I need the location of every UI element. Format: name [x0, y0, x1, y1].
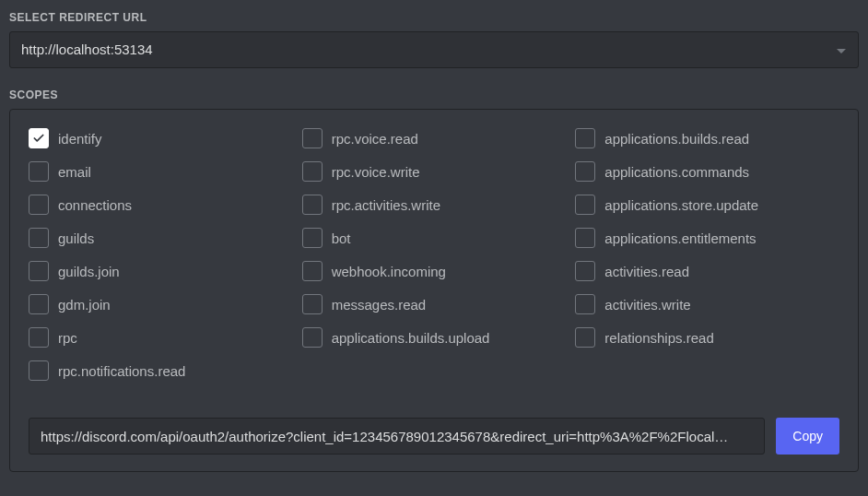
checkbox-icon[interactable]: [302, 161, 323, 182]
scope-applications-commands[interactable]: applications.commands: [575, 161, 839, 182]
scope-label: messages.read: [332, 297, 427, 313]
checkbox-icon[interactable]: [29, 161, 49, 182]
scope-label: email: [58, 164, 91, 180]
scope-rpc-voice-read[interactable]: rpc.voice.read: [302, 128, 567, 148]
checkbox-icon[interactable]: [302, 228, 323, 248]
scope-rpc[interactable]: rpc: [29, 327, 293, 348]
checkbox-icon[interactable]: [575, 128, 595, 148]
generated-url-row: https://discord.com/api/oauth2/authorize…: [29, 418, 839, 455]
scope-connections[interactable]: connections: [29, 195, 293, 215]
checkbox-icon[interactable]: [302, 128, 323, 148]
checkbox-icon[interactable]: [575, 261, 595, 281]
scope-bot[interactable]: bot: [302, 228, 567, 248]
scope-rpc-voice-write[interactable]: rpc.voice.write: [302, 161, 567, 182]
scope-guilds[interactable]: guilds: [29, 228, 293, 248]
scope-applications-builds-upload[interactable]: applications.builds.upload: [302, 327, 567, 348]
checkbox-icon[interactable]: [29, 327, 49, 348]
scope-label: webhook.incoming: [332, 264, 446, 279]
checkbox-icon[interactable]: [575, 195, 595, 215]
scope-label: activities.write: [604, 297, 690, 313]
scope-email[interactable]: email: [29, 161, 293, 182]
scope-webhook-incoming[interactable]: webhook.incoming: [302, 261, 567, 281]
checkbox-icon[interactable]: [575, 327, 595, 348]
checkbox-icon[interactable]: [302, 294, 323, 314]
scope-activities-read[interactable]: activities.read: [575, 261, 839, 281]
checkbox-icon[interactable]: [29, 228, 49, 248]
redirect-select-value[interactable]: http://localhost:53134: [9, 31, 859, 68]
scope-applications-store-update[interactable]: applications.store.update: [575, 195, 839, 215]
checkbox-icon[interactable]: [302, 327, 323, 348]
scope-identify[interactable]: identify: [29, 128, 293, 148]
scope-label: applications.commands: [604, 164, 749, 180]
checkbox-icon[interactable]: [29, 128, 49, 148]
scope-label: rpc: [58, 330, 77, 346]
checkbox-icon[interactable]: [302, 261, 323, 281]
scope-label: connections: [58, 197, 132, 213]
scope-label: rpc.activities.write: [332, 197, 440, 213]
scope-label: gdm.join: [58, 297, 111, 313]
scope-label: rpc.notifications.read: [58, 363, 185, 379]
copy-button[interactable]: Copy: [776, 418, 839, 455]
scope-activities-write[interactable]: activities.write: [575, 294, 839, 314]
checkbox-icon[interactable]: [29, 195, 49, 215]
scopes-grid: identifyemailconnectionsguildsguilds.joi…: [29, 128, 839, 381]
scope-label: bot: [332, 230, 351, 246]
scopes-section-label: SCOPES: [9, 89, 859, 101]
checkbox-icon[interactable]: [29, 360, 49, 381]
redirect-select[interactable]: http://localhost:53134: [9, 31, 859, 68]
redirect-section-label: SELECT REDIRECT URL: [9, 11, 859, 24]
scope-rpc-activities-write[interactable]: rpc.activities.write: [302, 195, 567, 215]
checkbox-icon[interactable]: [575, 294, 595, 314]
scope-label: applications.entitlements: [604, 230, 756, 246]
scope-relationships-read[interactable]: relationships.read: [575, 327, 839, 348]
scope-label: guilds.join: [58, 264, 120, 279]
checkbox-icon[interactable]: [29, 294, 49, 314]
checkbox-icon[interactable]: [575, 228, 595, 248]
scope-label: applications.builds.read: [604, 131, 749, 147]
scope-label: rpc.voice.write: [332, 164, 420, 180]
scope-label: activities.read: [604, 264, 689, 279]
scope-label: relationships.read: [604, 330, 713, 346]
checkbox-icon[interactable]: [302, 195, 323, 215]
scope-applications-entitlements[interactable]: applications.entitlements: [575, 228, 839, 248]
scope-label: applications.store.update: [604, 197, 758, 213]
scope-label: applications.builds.upload: [332, 330, 490, 346]
scope-gdm-join[interactable]: gdm.join: [29, 294, 293, 314]
checkbox-icon[interactable]: [29, 261, 49, 281]
scope-label: identify: [58, 131, 102, 147]
generated-url-input[interactable]: https://discord.com/api/oauth2/authorize…: [29, 418, 765, 455]
scope-messages-read[interactable]: messages.read: [302, 294, 567, 314]
scope-label: guilds: [58, 230, 94, 246]
checkbox-icon[interactable]: [575, 161, 595, 182]
scope-label: rpc.voice.read: [332, 131, 418, 147]
scope-applications-builds-read[interactable]: applications.builds.read: [575, 128, 839, 148]
scopes-container: identifyemailconnectionsguildsguilds.joi…: [9, 109, 859, 472]
scope-rpc-notifications-read[interactable]: rpc.notifications.read: [29, 360, 293, 381]
scope-guilds-join[interactable]: guilds.join: [29, 261, 293, 281]
